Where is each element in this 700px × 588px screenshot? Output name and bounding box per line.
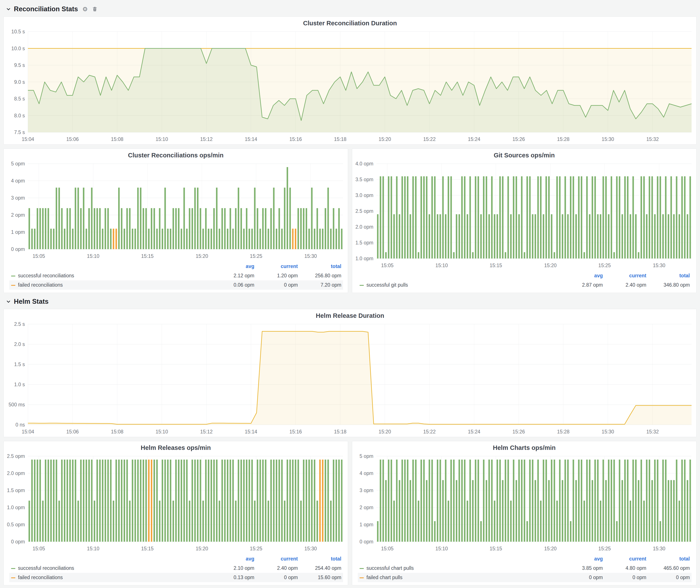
svg-text:15:10: 15:10 [87, 253, 100, 259]
helm-charts-opm-chart[interactable]: 0 opm1 opm2 opm3 opm4 opm5 opm15:0515:10… [352, 452, 696, 554]
series-name[interactable]: failed chart pulls [366, 575, 402, 580]
legend-header-current[interactable]: current [605, 554, 648, 564]
svg-text:10.5 s: 10.5 s [11, 29, 25, 34]
legend-header-total[interactable]: total [648, 554, 692, 564]
svg-text:2 opm: 2 opm [360, 505, 373, 510]
legend-header-avg[interactable]: avg [561, 554, 605, 564]
svg-text:15:30: 15:30 [602, 429, 614, 435]
section-title: Reconciliation Stats [14, 5, 78, 13]
svg-text:9.0 s: 9.0 s [14, 79, 25, 85]
svg-text:15:20: 15:20 [544, 263, 557, 268]
series-name[interactable]: successful git pulls [366, 282, 408, 288]
legend-row: successful reconciliations 2.10 opm 2.40… [9, 564, 343, 573]
legend-header-total[interactable]: total [300, 262, 343, 271]
series-name[interactable]: failed reconciliations [18, 282, 63, 288]
helm-releases-opm-chart[interactable]: 0 opm0.5 opm1.0 opm1.5 opm2.0 opm2.5 opm… [4, 452, 348, 554]
helm-release-duration-chart[interactable]: 0 ns500 ms1.0 s1.5 s2.0 s2.5 s15:0415:06… [4, 320, 696, 437]
legend-total-value: 465.60 opm [648, 564, 692, 573]
panel-helm-releases-opm: Helm Releases ops/min 0 opm0.5 opm1.0 op… [3, 441, 348, 585]
panel-helm-charts-opm: Helm Charts ops/min 0 opm1 opm2 opm3 opm… [352, 441, 697, 585]
legend-row: successful chart pulls 3.85 opm 4.80 opm… [358, 564, 692, 573]
panel-title[interactable]: Cluster Reconciliations ops/min [4, 149, 348, 160]
svg-text:15:30: 15:30 [304, 546, 317, 551]
legend-header-total[interactable]: total [300, 554, 343, 564]
svg-text:15:32: 15:32 [646, 429, 659, 435]
section-header-helm-stats[interactable]: Helm Stats [3, 295, 697, 309]
svg-text:4 opm: 4 opm [11, 178, 25, 184]
svg-text:15:25: 15:25 [250, 546, 262, 551]
svg-text:15:30: 15:30 [602, 136, 614, 142]
panel-title[interactable]: Helm Releases ops/min [4, 441, 348, 452]
series-marker [360, 285, 364, 286]
panel-title[interactable]: Cluster Reconciliation Duration [4, 17, 696, 28]
legend-total-value: 254.40 opm [300, 564, 343, 573]
legend-header-avg[interactable]: avg [213, 262, 256, 271]
svg-text:2.5 opm: 2.5 opm [355, 208, 373, 214]
legend-header-row: avg current total [9, 554, 343, 564]
legend-avg-value: 2.12 opm [213, 271, 256, 280]
legend-row: failed chart pulls 0 opm 0 opm 0 opm [358, 573, 692, 582]
svg-text:15:15: 15:15 [141, 546, 154, 551]
legend-header-current[interactable]: current [256, 262, 300, 271]
svg-text:15:06: 15:06 [66, 429, 79, 435]
legend-row: failed reconciliations 0.13 opm 0 opm 15… [9, 573, 343, 582]
svg-text:0.5 opm: 0.5 opm [7, 522, 25, 527]
git-sources-opm-chart[interactable]: 1.0 opm1.5 opm2.0 opm2.5 opm3.0 opm3.5 o… [352, 160, 696, 271]
svg-text:2 opm: 2 opm [11, 212, 25, 218]
svg-text:15:30: 15:30 [304, 253, 317, 259]
svg-text:15:08: 15:08 [111, 136, 124, 142]
svg-text:1.0 opm: 1.0 opm [355, 256, 373, 261]
panel-title[interactable]: Helm Charts ops/min [352, 441, 696, 452]
svg-text:15:25: 15:25 [250, 253, 262, 259]
svg-text:2.0 opm: 2.0 opm [7, 470, 25, 476]
svg-text:15:06: 15:06 [66, 136, 79, 142]
legend: avg current total successful git pulls 2… [352, 271, 696, 293]
svg-text:0 opm: 0 opm [360, 539, 373, 544]
series-marker [11, 568, 15, 569]
legend-header-avg[interactable]: avg [213, 554, 256, 564]
series-name[interactable]: successful reconciliations [18, 273, 74, 278]
svg-text:3.0 opm: 3.0 opm [355, 192, 373, 198]
legend: avg current total successful reconciliat… [4, 554, 348, 585]
cluster-reconciliation-duration-chart[interactable]: 7.5 s8.0 s8.5 s9.0 s9.5 s10.0 s10.5 s15:… [4, 28, 696, 144]
svg-text:15:16: 15:16 [289, 136, 302, 142]
legend-avg-value: 2.10 opm [213, 564, 256, 573]
gear-icon[interactable]: ⚙ [82, 6, 88, 13]
legend-header-current[interactable]: current [605, 271, 648, 280]
panel-helm-release-duration: Helm Release Duration 0 ns500 ms1.0 s1.5… [3, 309, 697, 437]
svg-text:15:05: 15:05 [32, 253, 45, 259]
legend-header-total[interactable]: total [648, 271, 692, 280]
legend-avg-value: 0 opm [561, 573, 605, 582]
legend-header-avg[interactable]: avg [561, 271, 605, 280]
panel-title[interactable]: Git Sources ops/min [352, 149, 696, 160]
svg-text:15:20: 15:20 [379, 136, 391, 142]
svg-text:15:05: 15:05 [32, 546, 45, 551]
legend-avg-value: 0.06 opm [213, 280, 256, 290]
trash-icon[interactable] [92, 6, 98, 12]
svg-text:1.5 s: 1.5 s [14, 362, 25, 367]
series-name[interactable]: successful chart pulls [366, 565, 414, 571]
legend-header-current[interactable]: current [256, 554, 300, 564]
svg-text:15:22: 15:22 [423, 429, 436, 435]
legend-header-row: avg current total [358, 271, 692, 280]
svg-text:5 opm: 5 opm [11, 161, 25, 166]
panel-title[interactable]: Helm Release Duration [4, 309, 696, 320]
svg-text:15:05: 15:05 [381, 546, 394, 551]
series-name[interactable]: successful reconciliations [18, 565, 74, 571]
svg-text:15:20: 15:20 [544, 546, 557, 551]
cluster-reconciliations-opm-chart[interactable]: 0 opm1 opm2 opm3 opm4 opm5 opm15:0515:10… [4, 160, 348, 261]
svg-text:15:10: 15:10 [156, 429, 168, 435]
series-name[interactable]: failed reconciliations [18, 575, 63, 580]
section-header-reconciliation-stats[interactable]: Reconciliation Stats ⚙ [3, 3, 697, 16]
series-marker [360, 568, 364, 569]
legend-avg-value: 0.13 opm [213, 573, 256, 582]
series-marker [360, 577, 364, 578]
legend-total-value: 15.60 opm [300, 573, 343, 582]
legend-current-value: 4.80 opm [605, 564, 648, 573]
svg-text:15:24: 15:24 [468, 136, 480, 142]
svg-text:15:32: 15:32 [646, 136, 659, 142]
svg-text:1.0 s: 1.0 s [14, 382, 25, 387]
series-marker [11, 285, 15, 286]
svg-text:15:28: 15:28 [557, 429, 570, 435]
legend-current-value: 0 opm [605, 573, 648, 582]
